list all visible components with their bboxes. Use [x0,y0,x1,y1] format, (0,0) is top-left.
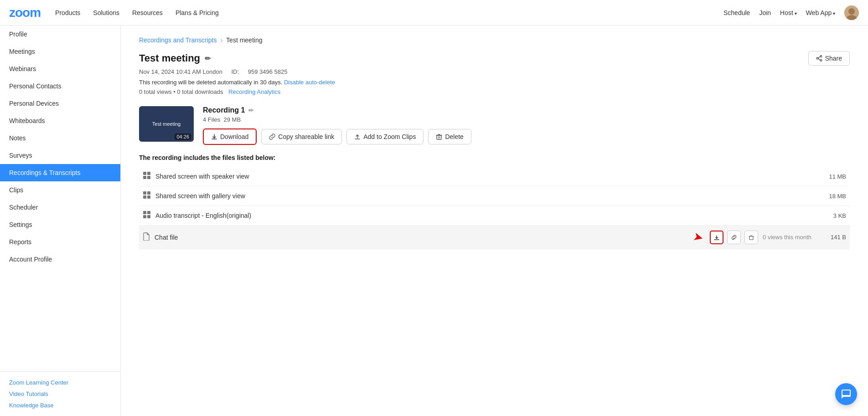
sidebar-item-settings[interactable]: Settings [0,216,120,233]
svg-rect-22 [143,211,146,214]
total-views: 0 total views [139,88,172,95]
download-btn-label: Download [220,133,248,140]
add-to-clips-btn-label: Add to Zoom Clips [363,133,416,140]
breadcrumb-separator: › [220,36,222,44]
nav-right: Schedule Join Host Web App [723,5,859,20]
nav-solutions[interactable]: Solutions [93,9,119,16]
chat-file-delete-button[interactable] [744,231,758,244]
svg-rect-18 [143,191,146,195]
nav-products[interactable]: Products [55,9,80,16]
svg-point-5 [816,57,818,59]
file-size-1: 11 MB [823,173,846,180]
files-section: The recording includes the files listed … [139,154,850,249]
svg-rect-14 [143,172,146,175]
page-title-row: Test meeting ✏ Share [139,51,850,66]
disable-auto-delete-link[interactable]: Disable auto-delete [284,79,335,86]
trash-file-icon [749,235,754,240]
nav-host[interactable]: Host [780,9,797,16]
sidebar-item-recordings-transcripts[interactable]: Recordings & Transcripts [0,164,120,181]
title-edit-icon[interactable]: ✏ [205,54,211,63]
nav-webapp[interactable]: Web App [806,9,835,16]
svg-rect-24 [143,215,146,218]
svg-rect-23 [147,211,150,214]
recording-card: Test meeting 04:26 Recording 1 ✏ 4 Files… [139,106,850,249]
download-file-icon [714,235,719,240]
file-size-2: 18 MB [823,193,846,200]
file-name-3: Audio transcript - English(original) [155,212,819,219]
nav-plans[interactable]: Plans & Pricing [176,9,219,16]
file-icon-2 [143,191,151,201]
auto-delete-text: This recording will be deleted automatic… [139,79,282,86]
svg-rect-16 [143,176,146,179]
sidebar-item-whiteboards[interactable]: Whiteboards [0,112,120,129]
nav-resources[interactable]: Resources [132,9,163,16]
file-views-4: 0 views this month [763,234,811,241]
file-name-1: Shared screen with speaker view [155,173,819,180]
chat-file-link-button[interactable] [727,231,741,244]
thumbnail-duration: 04:26 [175,134,191,140]
sidebar-item-reports[interactable]: Reports [0,233,120,251]
sidebar-item-surveys[interactable]: Surveys [0,147,120,164]
download-icon [211,134,217,140]
file-row-shared-speaker: Shared screen with speaker view 11 MB [139,167,850,186]
annotation-arrow: ➤ [692,229,705,246]
file-icon-1 [143,171,151,181]
chat-file-download-button[interactable] [710,231,723,244]
svg-rect-25 [147,215,150,218]
add-to-clips-button[interactable]: Add to Zoom Clips [346,129,424,144]
sidebar-item-webinars[interactable]: Webinars [0,60,120,77]
svg-rect-19 [147,191,150,195]
main-content: Recordings and Transcripts › Test meetin… [121,26,868,416]
delete-btn-label: Delete [445,133,463,140]
sidebar-item-profile[interactable]: Profile [0,26,120,43]
total-downloads: 0 total downloads [177,88,223,95]
recording-edit-icon[interactable]: ✏ [248,107,254,114]
sidebar-item-meetings[interactable]: Meetings [0,43,120,60]
sidebar-item-personal-devices[interactable]: Personal Devices [0,95,120,112]
file-icon-4 [143,232,150,242]
svg-rect-10 [437,135,441,139]
sidebar-item-scheduler[interactable]: Scheduler [0,199,120,216]
delete-button[interactable]: Delete [428,129,471,144]
meeting-id-value: 959 3496 5825 [248,68,288,75]
breadcrumb-parent[interactable]: Recordings and Transcripts [139,36,217,44]
copy-link-btn-label: Copy shareable link [278,133,334,140]
recording-files-info: 4 Files 29 MB [203,116,850,123]
copy-link-button[interactable]: Copy shareable link [261,129,342,144]
link-file-icon [731,235,737,240]
recording-thumbnail[interactable]: Test meeting 04:26 [139,106,194,142]
recording-info: Recording 1 ✏ 4 Files 29 MB Download [203,106,850,145]
sidebar-item-notes[interactable]: Notes [0,129,120,147]
share-icon [816,55,822,62]
share-button[interactable]: Share [808,51,850,66]
svg-rect-15 [147,172,150,175]
download-button[interactable]: Download [203,128,257,145]
file-row-shared-gallery: Shared screen with gallery view 18 MB [139,186,850,206]
nav-join[interactable]: Join [759,9,771,16]
zoom-logo[interactable]: zoom [9,5,41,20]
chat-support-button[interactable] [835,383,857,405]
sidebar-bottom: Zoom Learning Center Video Tutorials Kno… [0,371,120,416]
share-btn-label: Share [825,55,842,62]
knowledge-base-link[interactable]: Knowledge Base [9,402,111,409]
recording-title: Recording 1 [203,106,245,114]
thumbnail-title: Test meeting [150,121,183,127]
recording-analytics-link[interactable]: Recording Analytics [228,88,280,95]
svg-rect-20 [143,195,146,199]
trash-icon [436,134,442,140]
files-section-title: The recording includes the files listed … [139,154,850,161]
sidebar-item-account-profile[interactable]: Account Profile [0,251,120,268]
nav-links: Products Solutions Resources Plans & Pri… [55,9,709,16]
files-size: 29 MB [222,116,241,123]
sidebar-item-clips[interactable]: Clips [0,181,120,199]
chat-icon [841,389,852,400]
zoom-learning-center-link[interactable]: Zoom Learning Center [9,379,111,386]
svg-point-3 [820,56,822,57]
sidebar: Profile Meetings Webinars Personal Conta… [0,26,121,416]
video-tutorials-link[interactable]: Video Tutorials [9,390,111,397]
sidebar-item-personal-contacts[interactable]: Personal Contacts [0,77,120,95]
svg-line-6 [818,56,820,58]
nav-schedule[interactable]: Schedule [723,9,750,16]
user-avatar[interactable] [844,5,859,20]
stats-row: 0 total views • 0 total downloads Record… [139,88,850,95]
